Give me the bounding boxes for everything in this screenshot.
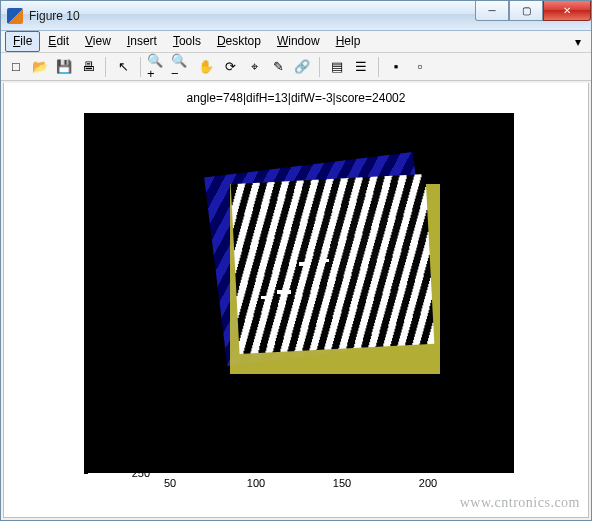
toolbar-separator (105, 57, 106, 77)
speckle (277, 290, 291, 294)
y-tick-label: 150 (120, 323, 150, 335)
save-button[interactable]: 💾 (53, 56, 75, 78)
minimize-button[interactable]: ─ (475, 1, 509, 21)
menu-edit[interactable]: Edit (40, 31, 77, 52)
x-tick-label: 50 (164, 477, 176, 489)
window-buttons: ─ ▢ ✕ (475, 1, 591, 21)
rotate-3d-icon: ⟳ (225, 60, 236, 73)
x-tick-label: 150 (333, 477, 351, 489)
new-figure-icon: □ (12, 60, 20, 73)
y-tick-mark (84, 257, 88, 258)
toolbar-separator (319, 57, 320, 77)
menu-help[interactable]: Help (328, 31, 369, 52)
brush-button[interactable]: ✎ (267, 56, 289, 78)
print-icon: 🖶 (82, 60, 95, 73)
y-tick-mark (84, 401, 88, 402)
x-tick-mark (428, 469, 429, 473)
speckle (299, 262, 309, 266)
pointer-button[interactable]: ↖ (112, 56, 134, 78)
menu-desktop[interactable]: Desktop (209, 31, 269, 52)
close-button[interactable]: ✕ (543, 1, 591, 21)
toolbar: □📂💾🖶↖🔍+🔍−✋⟳⌖✎🔗▤☰▪▫ (1, 53, 591, 81)
y-tick-label: 100 (120, 251, 150, 263)
pointer-icon: ↖ (118, 60, 129, 73)
data-cursor-button[interactable]: ⌖ (243, 56, 265, 78)
image-overlay-stack (85, 114, 513, 472)
insert-colorbar-button[interactable]: ▤ (326, 56, 348, 78)
axes-title: angle=748|difH=13|difW=-3|score=24002 (4, 91, 588, 105)
toolbar-separator (378, 57, 379, 77)
y-tick-label: 50 (120, 179, 150, 191)
zoom-in-icon: 🔍+ (147, 54, 169, 80)
show-plot-tools-icon: ▫ (418, 60, 423, 73)
watermark-text: www.cntronics.com (460, 495, 580, 511)
y-tick-mark (84, 329, 88, 330)
menu-view[interactable]: View (77, 31, 119, 52)
matlab-app-icon (7, 8, 23, 24)
save-icon: 💾 (56, 60, 72, 73)
y-tick-label: 250 (120, 467, 150, 479)
dock-figure-icon[interactable]: ▾ (569, 34, 587, 50)
hide-plot-tools-icon: ▪ (394, 60, 399, 73)
pan-icon: ✋ (198, 60, 214, 73)
y-tick-mark (84, 185, 88, 186)
x-tick-label: 200 (419, 477, 437, 489)
insert-colorbar-icon: ▤ (331, 60, 343, 73)
figure-area[interactable]: angle=748|difH=13|difW=-3|score=24002 50… (3, 83, 589, 518)
overlay-interference-stripes (231, 174, 435, 354)
y-tick-label: 200 (120, 395, 150, 407)
window-title: Figure 10 (29, 9, 80, 23)
print-button[interactable]: 🖶 (77, 56, 99, 78)
zoom-out-button[interactable]: 🔍− (171, 56, 193, 78)
link-button[interactable]: 🔗 (291, 56, 313, 78)
menu-tools[interactable]: Tools (165, 31, 209, 52)
brush-icon: ✎ (273, 60, 284, 73)
menu-window[interactable]: Window (269, 31, 328, 52)
titlebar: Figure 10 ─ ▢ ✕ (1, 1, 591, 31)
menubar: FileEditViewInsertToolsDesktopWindowHelp… (1, 31, 591, 53)
insert-legend-icon: ☰ (355, 60, 367, 73)
open-icon: 📂 (32, 60, 48, 73)
menu-file[interactable]: File (5, 31, 40, 52)
x-tick-label: 100 (247, 477, 265, 489)
speckle (261, 296, 268, 299)
toolbar-separator (140, 57, 141, 77)
y-tick-mark (84, 473, 88, 474)
data-cursor-icon: ⌖ (251, 60, 258, 73)
maximize-button[interactable]: ▢ (509, 1, 543, 21)
speckle (323, 259, 329, 262)
hide-plot-tools-button[interactable]: ▪ (385, 56, 407, 78)
show-plot-tools-button[interactable]: ▫ (409, 56, 431, 78)
open-button[interactable]: 📂 (29, 56, 51, 78)
new-figure-button[interactable]: □ (5, 56, 27, 78)
rotate-3d-button[interactable]: ⟳ (219, 56, 241, 78)
x-tick-mark (342, 469, 343, 473)
x-tick-mark (170, 469, 171, 473)
zoom-in-button[interactable]: 🔍+ (147, 56, 169, 78)
axes[interactable] (84, 113, 514, 473)
link-icon: 🔗 (294, 60, 310, 73)
zoom-out-icon: 🔍− (171, 54, 193, 80)
insert-legend-button[interactable]: ☰ (350, 56, 372, 78)
pan-button[interactable]: ✋ (195, 56, 217, 78)
x-tick-mark (256, 469, 257, 473)
menu-insert[interactable]: Insert (119, 31, 165, 52)
figure-window: Figure 10 ─ ▢ ✕ FileEditViewInsertToolsD… (0, 0, 592, 521)
